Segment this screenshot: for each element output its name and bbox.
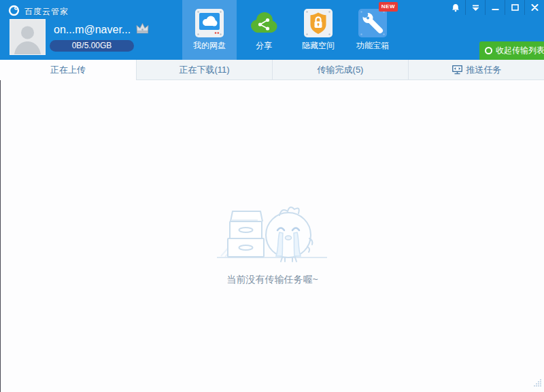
collapse-transfer-list-button[interactable]: 收起传输列表 [479,41,544,60]
nav-label: 我的网盘 [182,40,237,52]
app-window: 百度云管家 [0,0,544,392]
maximize-button[interactable] [505,0,524,15]
user-email-row: on...m@naver... [54,22,150,37]
new-badge: NEW [379,2,398,12]
tab-label: 推送任务 [466,64,502,76]
storage-quota: 0B/5.00GB [50,40,134,52]
titlebar: 百度云管家 [8,5,69,19]
crown-icon [135,22,150,37]
resize-grip[interactable] [533,378,542,390]
nav-hidden-space[interactable]: 隐藏空间 [291,0,345,60]
wrench-toolbox-icon [358,8,388,38]
window-controls [445,0,544,15]
menu-arrow-icon[interactable] [465,0,485,15]
nav-share[interactable]: 分享 [237,0,291,60]
crying-bird-illustration [1,199,544,270]
shield-lock-icon [303,8,333,38]
cloud-monitor-icon [194,8,224,38]
nav-my-drive[interactable]: 我的网盘 [182,0,237,60]
app-title: 百度云管家 [24,6,69,18]
tab-label: 正在上传 [50,64,86,76]
minimize-button[interactable] [485,0,505,15]
tab-completed[interactable]: 传输完成(5) [272,60,408,80]
tab-push-tasks[interactable]: 推送任务 [408,60,544,80]
tab-label: 传输完成(5) [318,64,364,76]
tab-downloading[interactable]: 正在下载(11) [136,60,272,80]
empty-state: 当前没有传输任务喔~ [1,199,544,286]
circle-icon [485,47,492,54]
collapse-button-label: 收起传输列表 [496,45,544,56]
main-nav: 我的网盘 分享 [182,0,400,60]
tab-label: 正在下载(11) [179,64,229,76]
bell-icon[interactable] [445,0,465,15]
push-monitor-icon [452,65,463,75]
nav-label: 隐藏空间 [291,40,345,52]
empty-message: 当前没有传输任务喔~ [1,274,544,286]
transfer-list-panel: 当前没有传输任务喔~ [0,80,544,392]
user-avatar[interactable] [10,19,46,55]
app-logo-icon [8,5,20,19]
share-cloud-icon [249,8,279,38]
app-header: 百度云管家 [0,0,544,60]
close-button[interactable] [524,0,544,15]
transfer-tabbar: 正在上传 正在下载(11) 传输完成(5) 推送任务 [0,60,544,80]
nav-label: 分享 [237,40,291,52]
nav-toolbox[interactable]: 功能宝箱 NEW [345,0,400,60]
tab-uploading[interactable]: 正在上传 [0,60,136,80]
user-email: on...m@naver... [54,24,131,36]
nav-label: 功能宝箱 [345,40,400,52]
